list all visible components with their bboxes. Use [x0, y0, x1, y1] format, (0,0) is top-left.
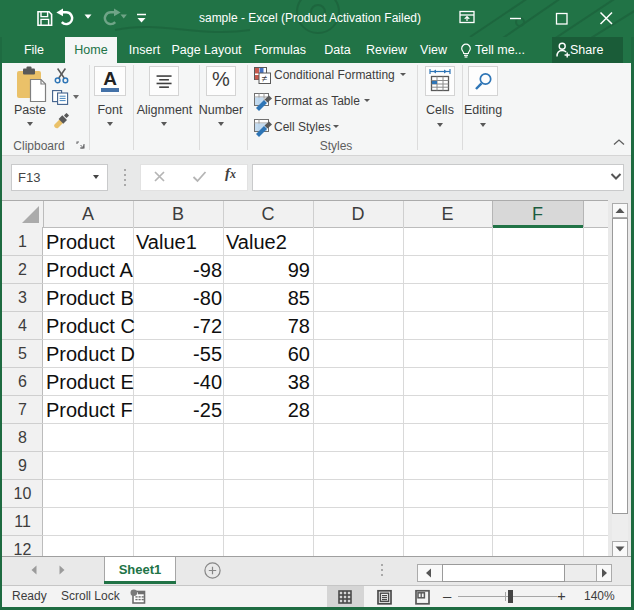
svg-text:≠: ≠: [262, 73, 268, 84]
